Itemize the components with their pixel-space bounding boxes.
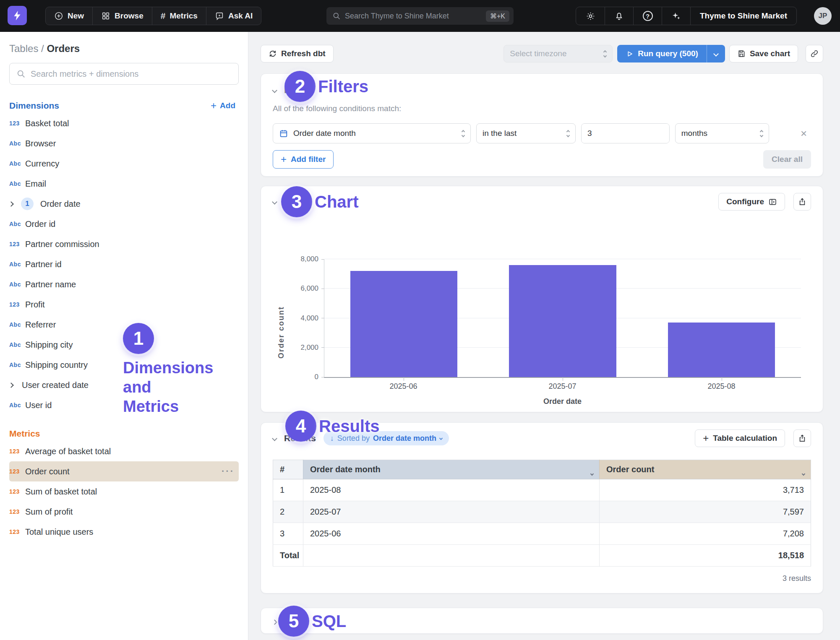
bar-2025-08[interactable] [668,323,775,377]
x-axis-labels: 2025-062025-072025-08 [324,378,801,394]
sidebar-item-order-date[interactable]: 1Order date [9,194,239,214]
sidebar-item-email[interactable]: AbcEmail [9,174,239,194]
column-header-order-count[interactable]: Order count [600,460,811,479]
global-search-input[interactable] [345,12,482,21]
configure-chart-button[interactable]: Configure [718,193,785,211]
cell-order-count[interactable]: 3,713 [600,479,811,501]
help-button[interactable]: ? [633,7,662,25]
chevron-right-icon[interactable] [9,383,21,387]
global-search[interactable]: ⌘+K [326,7,514,25]
ai-assistant-button[interactable] [662,7,690,25]
string-type-icon: Abc [9,160,25,167]
app-logo[interactable] [8,6,27,25]
sidebar-item-shipping-country[interactable]: AbcShipping country [9,355,239,375]
results-count: 3 results [273,574,811,583]
settings-button[interactable] [576,7,605,25]
nav-item-ask-ai[interactable]: Ask AI [206,7,261,25]
sidebar-item-partner-commission[interactable]: 123Partner commission [9,234,239,254]
user-avatar[interactable]: JP [814,7,832,25]
sidebar-item-user-created-date[interactable]: User created date [9,375,239,395]
run-query-options-button[interactable] [707,45,725,62]
timezone-select[interactable]: Select timezone [503,45,613,62]
sidebar-item-order-count[interactable]: 123Order count··· [9,461,239,481]
clear-all-button[interactable]: Clear all [763,150,811,169]
more-options-icon[interactable]: ··· [222,466,235,477]
export-results-button[interactable] [793,429,811,447]
string-type-icon: Abc [9,140,25,147]
sidebar-item-browser[interactable]: AbcBrowser [9,133,239,153]
table-row[interactable]: 32025-067,208 [273,523,811,545]
nav-item-browse[interactable]: Browse [92,7,152,25]
y-tick-label: 0 [289,373,318,381]
notifications-button[interactable] [605,7,633,25]
bar-2025-07[interactable] [509,265,616,377]
row-index: 2 [273,501,303,523]
y-tick [321,318,324,318]
sidebar-item-referrer[interactable]: AbcReferrer [9,315,239,335]
breadcrumb-separator: / [41,43,44,54]
sidebar-item-basket-total[interactable]: 123Basket total [9,113,239,133]
collapse-results-icon[interactable] [273,437,277,440]
bar-2025-06[interactable] [350,271,458,377]
save-chart-button[interactable]: Save chart [729,45,798,62]
table-row[interactable]: 22025-077,597 [273,501,811,523]
nav-item-new[interactable]: New [46,7,92,25]
sorted-by-chip[interactable]: ↓ Sorted by Order date month [323,431,449,445]
fields-search[interactable] [9,63,239,85]
filter-operator-select[interactable]: in the last [476,123,576,143]
expand-sql-icon[interactable] [273,620,277,624]
sidebar-item-partner-id[interactable]: AbcPartner id [9,254,239,274]
share-link-button[interactable] [806,45,823,62]
table-total-row: Total 18,518 [273,545,811,567]
fields-search-input[interactable] [31,69,232,79]
refresh-dbt-button[interactable]: Refresh dbt [261,45,334,62]
y-tick [321,289,324,289]
cell-order-date-month[interactable]: 2025-08 [303,479,600,501]
breadcrumb-tables[interactable]: Tables [9,43,38,54]
add-filter-button[interactable]: + Add filter [273,150,334,169]
sidebar-item-user-id[interactable]: AbcUser id [9,395,239,415]
run-query-button[interactable]: Run query (500) [617,45,725,62]
chevron-down-icon[interactable] [591,468,593,477]
filter-unit-select[interactable]: months [675,123,769,143]
chevron-right-icon[interactable] [9,202,21,206]
sidebar-item-currency[interactable]: AbcCurrency [9,153,239,174]
add-dimension-button[interactable]: + Add [211,101,235,111]
cell-order-date-month[interactable]: 2025-06 [303,523,600,545]
y-tick-label: 2,000 [289,343,318,352]
filter-value-field[interactable] [582,124,670,143]
cell-order-count[interactable]: 7,597 [600,501,811,523]
sidebar-item-order-id[interactable]: AbcOrder id [9,214,239,234]
number-type-icon: 123 [9,528,25,535]
column-header-index: # [273,460,303,479]
sidebar-item-sum-of-profit[interactable]: 123Sum of profit [9,502,239,522]
chevron-down-icon[interactable] [802,468,805,477]
table-calculation-button[interactable]: + Table calculation [695,429,785,447]
cell-order-count[interactable]: 7,208 [600,523,811,545]
string-type-icon: Abc [9,281,25,288]
select-chevrons-icon [462,130,464,137]
sidebar-item-sum-of-basket-total[interactable]: 123Sum of basket total [9,481,239,502]
dimensions-header: Dimensions + Add [9,101,235,111]
sidebar-item-partner-name[interactable]: AbcPartner name [9,274,239,294]
filters-subtitle: All of the following conditions match: [273,104,811,113]
sidebar-item-average-of-basket-total[interactable]: 123Average of basket total [9,441,239,461]
filter-actions-row: + Add filter Clear all [273,150,811,169]
table-row[interactable]: 12025-083,713 [273,479,811,501]
sidebar-item-total-unique-users[interactable]: 123Total unique users [9,522,239,542]
results-title: Results [284,433,316,443]
cell-order-date-month[interactable]: 2025-07 [303,501,600,523]
y-tick [321,259,324,260]
y-axis-title: Order count [277,306,286,359]
column-header-order-date-month[interactable]: Order date month [303,460,600,479]
nav-item-metrics[interactable]: # Metrics [152,7,206,25]
remove-filter-button[interactable]: × [796,126,811,141]
org-switcher[interactable]: Thyme to Shine Market [690,7,796,25]
string-type-icon: Abc [9,321,25,328]
export-chart-button[interactable] [793,193,811,211]
collapse-chart-icon[interactable] [273,200,277,204]
collapse-filters-icon[interactable] [273,88,277,92]
filter-field-select[interactable]: Order date month [273,123,471,143]
sidebar-item-shipping-city[interactable]: AbcShipping city [9,335,239,355]
sidebar-item-profit[interactable]: 123Profit [9,294,239,315]
